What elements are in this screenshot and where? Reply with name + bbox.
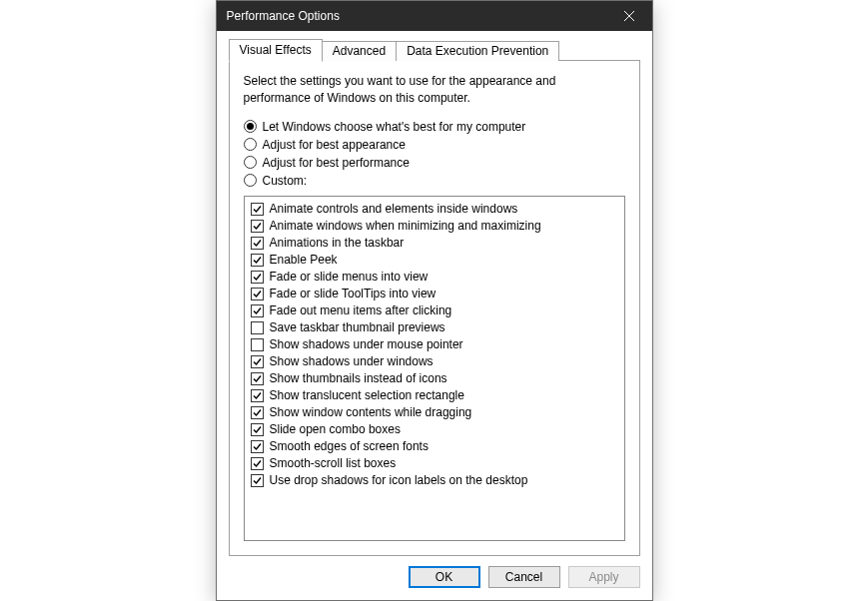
checklist-item-label: Fade out menu items after clicking (270, 303, 452, 317)
apply-button[interactable]: Apply (568, 566, 640, 588)
checkbox-icon (251, 203, 264, 216)
checklist-item[interactable]: Fade out menu items after clicking (251, 302, 618, 319)
tab-data-execution-prevention[interactable]: Data Execution Prevention (396, 41, 559, 61)
checklist-item-label: Use drop shadows for icon labels on the … (270, 473, 528, 487)
checklist-item[interactable]: Animate controls and elements inside win… (251, 201, 618, 218)
visual-effects-checklist[interactable]: Animate controls and elements inside win… (244, 196, 625, 541)
checklist-item-label: Smooth-scroll list boxes (270, 456, 397, 470)
checklist-item-label: Animations in the taskbar (270, 236, 405, 250)
checklist-item-label: Show shadows under mouse pointer (270, 337, 463, 351)
checkbox-icon (251, 474, 264, 487)
checkbox-icon (251, 440, 264, 453)
checklist-item[interactable]: Show window contents while dragging (251, 404, 618, 421)
tabpanel-visual-effects: Select the settings you want to use for … (229, 60, 640, 555)
checkbox-icon (251, 237, 264, 250)
checklist-item[interactable]: Show thumbnails instead of icons (251, 370, 618, 387)
checkbox-icon (251, 372, 264, 385)
cancel-button[interactable]: Cancel (488, 566, 560, 588)
tab-advanced[interactable]: Advanced (322, 41, 397, 61)
tab-visual-effects[interactable]: Visual Effects (229, 39, 323, 62)
radio-icon (244, 120, 257, 133)
ok-button[interactable]: OK (409, 566, 480, 588)
checklist-item[interactable]: Smooth edges of screen fonts (251, 438, 618, 455)
checklist-item[interactable]: Show shadows under mouse pointer (251, 336, 618, 353)
radio-icon (244, 174, 257, 187)
radio-best-appearance[interactable]: Adjust for best appearance (244, 136, 625, 154)
checklist-item-label: Fade or slide menus into view (270, 270, 429, 284)
checklist-item[interactable]: Save taskbar thumbnail previews (251, 319, 618, 336)
checkbox-icon (251, 220, 264, 233)
checklist-item[interactable]: Smooth-scroll list boxes (251, 455, 618, 472)
checklist-item[interactable]: Show shadows under windows (251, 353, 618, 370)
radio-label: Adjust for best appearance (263, 138, 406, 152)
checkbox-icon (251, 304, 264, 317)
checkbox-icon (251, 457, 264, 470)
performance-profile-radio-group: Let Windows choose what's best for my co… (244, 118, 625, 190)
checklist-item[interactable]: Fade or slide ToolTips into view (251, 286, 618, 302)
client-area: Visual Effects Advanced Data Execution P… (217, 31, 652, 599)
checkbox-icon (251, 254, 264, 267)
tab-label: Advanced (333, 44, 386, 58)
checkbox-icon (251, 321, 264, 334)
checkbox-icon (251, 423, 264, 436)
intro-text: Select the settings you want to use for … (244, 73, 563, 105)
checklist-item[interactable]: Animations in the taskbar (251, 235, 618, 252)
close-icon (624, 11, 634, 21)
checklist-item-label: Show window contents while dragging (270, 405, 472, 419)
checkbox-icon (251, 271, 264, 284)
checklist-item-label: Animate controls and elements inside win… (270, 202, 518, 216)
checklist-item-label: Smooth edges of screen fonts (270, 439, 429, 453)
checklist-item[interactable]: Slide open combo boxes (251, 421, 618, 438)
checklist-item-label: Fade or slide ToolTips into view (270, 287, 436, 300)
radio-icon (244, 138, 257, 151)
tab-label: Visual Effects (240, 43, 312, 57)
checkbox-icon (251, 406, 264, 419)
window-title: Performance Options (227, 9, 607, 23)
radio-custom[interactable]: Custom: (244, 172, 625, 190)
performance-options-dialog: Performance Options Visual Effects Advan… (216, 0, 653, 600)
checklist-item[interactable]: Fade or slide menus into view (251, 269, 618, 286)
checklist-item-label: Show translucent selection rectangle (270, 388, 464, 402)
checklist-item-label: Slide open combo boxes (270, 422, 401, 436)
checkbox-icon (251, 355, 264, 368)
radio-best-performance[interactable]: Adjust for best performance (244, 154, 625, 172)
checklist-item-label: Enable Peek (270, 253, 338, 267)
checkbox-icon (251, 338, 264, 351)
checklist-item-label: Animate windows when minimizing and maxi… (270, 219, 541, 233)
tab-label: Data Execution Prevention (407, 44, 548, 58)
titlebar[interactable]: Performance Options (217, 1, 652, 31)
checkbox-icon (251, 389, 264, 402)
checklist-item-label: Save taskbar thumbnail previews (270, 320, 445, 334)
checkbox-icon (251, 288, 264, 300)
checklist-item[interactable]: Animate windows when minimizing and maxi… (251, 218, 618, 235)
dialog-button-row: OK Cancel Apply (229, 566, 640, 588)
radio-icon (244, 156, 257, 169)
close-button[interactable] (607, 1, 652, 31)
checklist-item[interactable]: Use drop shadows for icon labels on the … (251, 472, 618, 489)
radio-label: Custom: (263, 174, 308, 188)
checklist-item-label: Show thumbnails instead of icons (270, 371, 447, 385)
radio-let-windows-choose[interactable]: Let Windows choose what's best for my co… (244, 118, 625, 136)
tabstrip: Visual Effects Advanced Data Execution P… (229, 39, 640, 61)
radio-label: Adjust for best performance (263, 156, 410, 170)
checklist-item-label: Show shadows under windows (270, 354, 434, 368)
checklist-item[interactable]: Enable Peek (251, 252, 618, 269)
radio-label: Let Windows choose what's best for my co… (263, 120, 526, 134)
checklist-item[interactable]: Show translucent selection rectangle (251, 387, 618, 404)
